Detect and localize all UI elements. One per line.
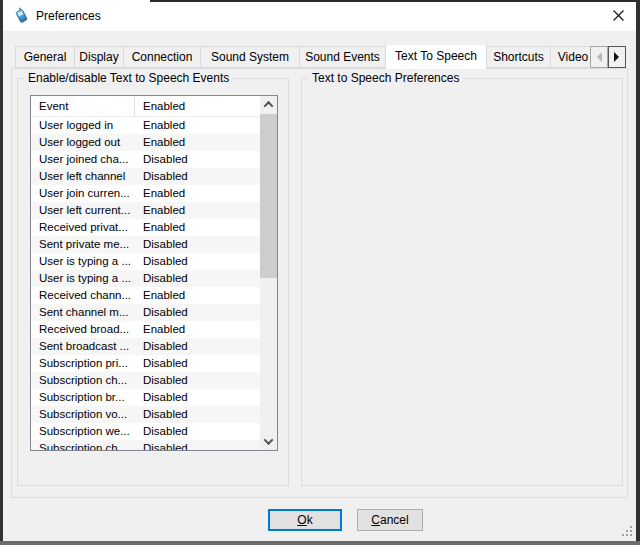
tab-connection[interactable]: Connection xyxy=(123,46,201,68)
event-row[interactable]: User left channelDisabled xyxy=(31,168,260,185)
event-list-header: Event Enabled xyxy=(31,96,260,117)
event-row[interactable]: Received broad...Enabled xyxy=(31,321,260,338)
event-list-rows: User logged inEnabledUser logged outEnab… xyxy=(31,117,260,450)
event-cell: Sent channel m... xyxy=(31,304,135,321)
status-cell: Disabled xyxy=(135,151,188,168)
resize-grip-icon[interactable] xyxy=(622,526,634,538)
event-row[interactable]: User is typing a ...Disabled xyxy=(31,253,260,270)
event-cell: Subscription br... xyxy=(31,389,135,406)
event-row[interactable]: Subscription vo...Disabled xyxy=(31,406,260,423)
event-row[interactable]: Sent channel m...Disabled xyxy=(31,304,260,321)
event-cell: User left channel xyxy=(31,168,135,185)
event-row[interactable]: Sent private me...Disabled xyxy=(31,236,260,253)
status-cell: Enabled xyxy=(135,185,185,202)
scrollbar-up-button[interactable] xyxy=(260,96,277,113)
status-cell: Disabled xyxy=(135,338,188,355)
event-row[interactable]: Subscription ch...Disabled xyxy=(31,440,260,450)
cancel-button[interactable]: Cancel xyxy=(357,509,423,531)
event-cell: User is typing a ... xyxy=(31,270,135,287)
event-cell: Subscription we... xyxy=(31,423,135,440)
event-cell: Sent broadcast ... xyxy=(31,338,135,355)
event-row[interactable]: Subscription we...Disabled xyxy=(31,423,260,440)
event-row[interactable]: User is typing a ...Disabled xyxy=(31,270,260,287)
window-title: Preferences xyxy=(36,9,101,23)
screen: Preferences GeneralDisplayConnectionSoun… xyxy=(0,0,640,545)
desktop-edge xyxy=(636,0,640,545)
event-list: Event Enabled User logged inEnabledUser … xyxy=(30,95,278,451)
event-row[interactable]: Subscription br...Disabled xyxy=(31,389,260,406)
tab-shortcuts[interactable]: Shortcuts xyxy=(486,46,551,68)
tab-video[interactable]: Video xyxy=(550,46,589,68)
event-row[interactable]: User logged outEnabled xyxy=(31,134,260,151)
chevron-down-icon xyxy=(264,435,274,445)
status-cell: Enabled xyxy=(135,134,185,151)
scrollbar-down-button[interactable] xyxy=(260,433,277,450)
event-row[interactable]: User joined cha...Disabled xyxy=(31,151,260,168)
event-row[interactable]: Subscription pri...Disabled xyxy=(31,355,260,372)
status-cell: Enabled xyxy=(135,287,185,304)
events-group-title: Enable/disable Text to Speech Events xyxy=(24,71,233,85)
tab-scroll-left-button[interactable] xyxy=(590,46,608,68)
tab-bar: GeneralDisplayConnectionSound SystemSoun… xyxy=(15,45,589,69)
status-cell: Disabled xyxy=(135,270,188,287)
status-cell: Disabled xyxy=(135,236,188,253)
status-cell: Disabled xyxy=(135,372,188,389)
event-row[interactable]: Received privat...Enabled xyxy=(31,219,260,236)
status-cell: Disabled xyxy=(135,389,188,406)
event-cell: Received chann... xyxy=(31,287,135,304)
event-cell: Received privat... xyxy=(31,219,135,236)
column-header-enabled[interactable]: Enabled xyxy=(135,100,185,112)
event-row[interactable]: User join curren...Enabled xyxy=(31,185,260,202)
status-cell: Disabled xyxy=(135,168,188,185)
desktop-edge xyxy=(0,0,3,545)
tab-sound-system[interactable]: Sound System xyxy=(200,46,300,68)
chevron-up-icon xyxy=(264,101,274,111)
event-row[interactable]: Received chann...Enabled xyxy=(31,287,260,304)
event-cell: Subscription pri... xyxy=(31,355,135,372)
event-cell: Received broad... xyxy=(31,321,135,338)
desktop-edge xyxy=(0,541,640,545)
tab-text-to-speech[interactable]: Text To Speech xyxy=(385,45,487,69)
event-list-scrollbar[interactable] xyxy=(260,96,277,450)
preferences-dialog: Preferences GeneralDisplayConnectionSoun… xyxy=(3,0,636,541)
event-row[interactable]: Sent broadcast ...Disabled xyxy=(31,338,260,355)
status-cell: Disabled xyxy=(135,355,188,372)
event-row[interactable]: User logged inEnabled xyxy=(31,117,260,134)
status-cell: Disabled xyxy=(135,423,188,440)
tab-sound-events[interactable]: Sound Events xyxy=(299,46,386,68)
event-cell: User logged in xyxy=(31,117,135,134)
status-cell: Enabled xyxy=(135,219,185,236)
close-button[interactable] xyxy=(601,0,636,31)
status-cell: Enabled xyxy=(135,117,185,134)
status-cell: Disabled xyxy=(135,304,188,321)
event-row[interactable]: User left current...Enabled xyxy=(31,202,260,219)
event-cell: User left current... xyxy=(31,202,135,219)
desktop-edge xyxy=(150,0,636,2)
status-cell: Enabled xyxy=(135,321,185,338)
tab-scroll-right-button[interactable] xyxy=(608,46,626,68)
ok-button[interactable]: Ok xyxy=(268,509,342,531)
event-cell: Sent private me... xyxy=(31,236,135,253)
event-cell: Subscription ch... xyxy=(31,372,135,389)
column-header-event[interactable]: Event xyxy=(31,96,135,117)
status-cell: Disabled xyxy=(135,406,188,423)
status-cell: Enabled xyxy=(135,202,185,219)
tab-general[interactable]: General xyxy=(15,46,75,68)
arrow-left-icon xyxy=(592,52,602,62)
app-icon[interactable] xyxy=(13,7,29,23)
tab-display[interactable]: Display xyxy=(74,46,124,68)
event-row[interactable]: Subscription ch...Disabled xyxy=(31,372,260,389)
titlebar[interactable]: Preferences xyxy=(3,0,636,31)
status-cell: Disabled xyxy=(135,440,188,450)
arrow-right-icon xyxy=(614,52,624,62)
scrollbar-thumb[interactable] xyxy=(260,114,277,278)
event-cell: User joined cha... xyxy=(31,151,135,168)
tts-preferences-groupbox: Text to Speech Preferences xyxy=(301,78,623,486)
event-cell: User is typing a ... xyxy=(31,253,135,270)
event-cell: Subscription ch... xyxy=(31,440,135,450)
status-cell: Disabled xyxy=(135,253,188,270)
event-cell: User logged out xyxy=(31,134,135,151)
tts-preferences-group-title: Text to Speech Preferences xyxy=(308,71,463,85)
event-cell: Subscription vo... xyxy=(31,406,135,423)
close-icon xyxy=(613,10,624,21)
